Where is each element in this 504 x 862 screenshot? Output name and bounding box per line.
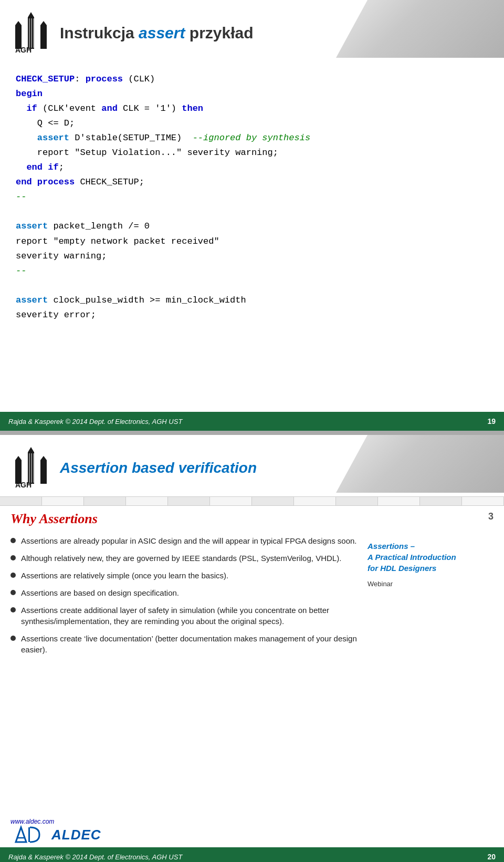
deco-seg-8 xyxy=(294,497,336,505)
deco-seg-4 xyxy=(126,497,168,505)
bullet-dot-3 xyxy=(10,573,16,578)
slide2-footer-page: 20 xyxy=(487,853,496,861)
www-text: www.aldec.com xyxy=(10,818,54,825)
code-line-5: assert D'stable(SETUP_TIME) --ignored by… xyxy=(16,131,488,146)
agh-logo-container-2: AGH xyxy=(13,444,49,491)
slide1-header: AGH Instrukcja assert przykład xyxy=(0,0,504,61)
deco-seg-9 xyxy=(336,497,378,505)
slide2-header: AGH Assertion based verification xyxy=(0,435,504,496)
svg-rect-4 xyxy=(31,18,32,48)
title-assert: assert xyxy=(139,24,185,41)
code-line-2: begin xyxy=(16,87,488,101)
bullet-text-4: Assertions are based on design specifica… xyxy=(21,587,179,598)
section-title-text: Why Assertions xyxy=(10,511,98,526)
deco-seg-7 xyxy=(252,497,294,505)
svg-marker-17 xyxy=(15,456,22,460)
book-reference: Assertions – A Practical Introduction fo… xyxy=(368,541,456,574)
bullet-item-3: Assertions are relatively simple (once y… xyxy=(10,570,357,581)
bullet-item-4: Assertions are based on design specifica… xyxy=(10,587,357,598)
code-line-16: assert clock_pulse_width >= min_clock_wi… xyxy=(16,293,488,308)
code-line-17: severity error; xyxy=(16,308,488,323)
code-line-8: end process CHECK_SETUP; xyxy=(16,175,488,190)
svg-rect-3 xyxy=(29,18,30,48)
svg-marker-6 xyxy=(28,12,34,17)
deco-seg-12 xyxy=(462,497,504,505)
slide2-footer-copyright: Rajda & Kasperek © 2014 Dept. of Electro… xyxy=(8,853,182,861)
code-line-blank1 xyxy=(16,204,488,219)
bullet-text-6: Assertions create ‘live documentation’ (… xyxy=(21,633,357,655)
slide1-title: Instrukcja assert przykład xyxy=(60,24,254,42)
title-before: Instrukcja xyxy=(60,24,139,41)
code-line-12: report "empty network packet received" xyxy=(16,234,488,249)
bullet-text-5: Assertions create additional layer of sa… xyxy=(21,605,357,627)
bullet-dot-2 xyxy=(10,555,16,560)
aldec-logo-area: www.aldec.com ALDEC xyxy=(10,818,101,844)
deco-line-row xyxy=(0,496,504,506)
slide-1: AGH Instrukcja assert przykład CHECK_SET… xyxy=(0,0,504,431)
svg-rect-12 xyxy=(40,460,47,484)
bullet-text-2: Although relatively new, they are govern… xyxy=(21,553,341,564)
bullet-item-5: Assertions create additional layer of sa… xyxy=(10,605,357,627)
bullet-text-1: Assertions are already popular in ASIC d… xyxy=(21,535,357,546)
book-title-line2: A Practical Introduction xyxy=(368,553,456,562)
svg-rect-15 xyxy=(33,453,34,483)
section-number: 3 xyxy=(488,511,494,522)
kw: CHECK_SETUP xyxy=(16,74,75,84)
deco-seg-2 xyxy=(42,497,84,505)
bullet-dot-6 xyxy=(10,636,16,641)
deco-seg-5 xyxy=(168,497,210,505)
slide2-main-content: Assertions are already popular in ASIC d… xyxy=(0,531,504,667)
deco-seg-11 xyxy=(420,497,462,505)
slide1-footer: Rajda & Kasperek © 2014 Dept. of Electro… xyxy=(0,412,504,431)
code-line-14: -- xyxy=(16,264,488,278)
code-line-4: Q <= D; xyxy=(16,116,488,131)
code-line-13: severity warning; xyxy=(16,249,488,264)
svg-rect-22 xyxy=(28,827,30,842)
webinar-label: Webinar xyxy=(368,580,393,588)
book-title-line3: for HDL Designers xyxy=(368,564,436,573)
slide2-footer-area: www.aldec.com ALDEC xyxy=(0,815,504,847)
svg-rect-2 xyxy=(40,25,47,49)
bullet-item-2: Although relatively new, they are govern… xyxy=(10,553,357,564)
svg-marker-8 xyxy=(40,21,47,25)
code-line-6: report "Setup Violation..." severity war… xyxy=(16,146,488,160)
aldec-wordmark: ALDEC xyxy=(51,827,101,843)
deco-seg-10 xyxy=(378,497,420,505)
bullet-dot-5 xyxy=(10,607,16,612)
svg-rect-14 xyxy=(31,453,32,483)
svg-rect-13 xyxy=(29,453,30,483)
code-line-blank2 xyxy=(16,278,488,293)
footer-page-number: 19 xyxy=(487,417,496,425)
svg-marker-7 xyxy=(15,21,22,25)
svg-text:AGH: AGH xyxy=(15,46,32,54)
deco-seg-6 xyxy=(210,497,252,505)
code-line-11: assert packet_length /= 0 xyxy=(16,219,488,234)
deco-seg-1 xyxy=(0,497,42,505)
deco-pattern xyxy=(0,497,504,505)
aldec-logo-box: ALDEC xyxy=(10,825,101,844)
svg-rect-5 xyxy=(33,18,34,48)
slide2-right-column: Assertions – A Practical Introduction fo… xyxy=(368,535,494,661)
section-title: Why Assertions 3 xyxy=(0,506,504,531)
svg-marker-18 xyxy=(40,456,47,460)
deco-seg-3 xyxy=(84,497,126,505)
slide2-title: Assertion based verification xyxy=(60,460,257,476)
svg-marker-16 xyxy=(28,447,34,452)
slide2-footer: Rajda & Kasperek © 2014 Dept. of Electro… xyxy=(0,847,504,862)
svg-marker-20 xyxy=(16,827,26,842)
svg-text:AGH: AGH xyxy=(15,481,32,489)
code-line-9: -- xyxy=(16,190,488,204)
slide-2: AGH Assertion based verification Why Ass… xyxy=(0,435,504,862)
footer-copyright: Rajda & Kasperek © 2014 Dept. of Electro… xyxy=(8,418,182,425)
code-line-1: CHECK_SETUP: process (CLK) xyxy=(16,72,488,87)
slide-gap xyxy=(0,431,504,435)
code-block: CHECK_SETUP: process (CLK) begin if (CLK… xyxy=(0,61,504,366)
agh-logo-icon: AGH xyxy=(13,9,49,54)
book-title-line1: Assertions – xyxy=(368,542,415,551)
code-line-7: end if; xyxy=(16,160,488,175)
code-line-3: if (CLK'event and CLK = '1') then xyxy=(16,101,488,116)
bullet-item-6: Assertions create ‘live documentation’ (… xyxy=(10,633,357,655)
bullet-dot-1 xyxy=(10,538,16,543)
agh-logo-icon-2: AGH xyxy=(13,444,49,489)
aldec-logo-icon xyxy=(10,825,47,844)
